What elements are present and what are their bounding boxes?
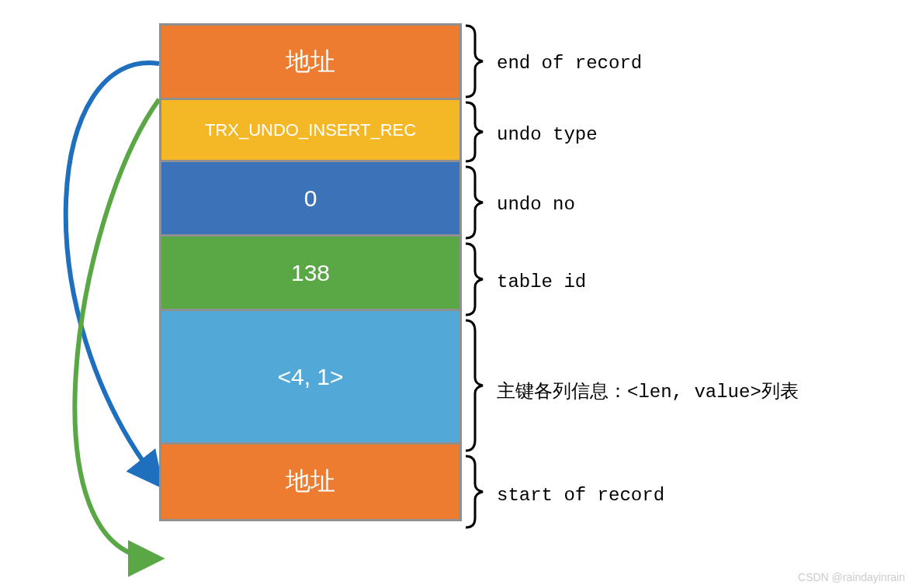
label-undo-no: undo no xyxy=(497,194,575,215)
brace-icon xyxy=(466,26,483,97)
label-pk-columns: 主键各列信息：<len, value>列表 xyxy=(497,379,799,403)
label-undo-type: undo type xyxy=(497,124,598,145)
brace-icon xyxy=(466,167,483,238)
brace-icon xyxy=(466,456,483,527)
brace-icon xyxy=(466,244,483,315)
watermark: CSDN @raindayinrain xyxy=(798,571,905,583)
braces-layer xyxy=(0,16,919,582)
label-end-of-record: end of record xyxy=(497,53,642,74)
label-table-id: table id xyxy=(497,272,586,292)
label-start-of-record: start of record xyxy=(497,485,664,506)
brace-icon xyxy=(466,102,483,161)
diagram-container: 地址 TRX_UNDO_INSERT_REC 0 138 <4, 1> 地址 xyxy=(0,16,919,582)
brace-icon xyxy=(466,320,483,451)
